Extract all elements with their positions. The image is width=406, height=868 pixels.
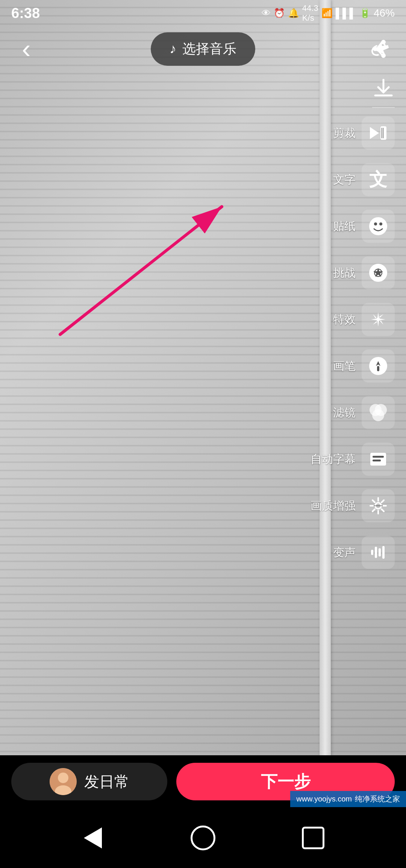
voice-label: 变声	[333, 545, 356, 560]
wifi-icon: 📶	[321, 8, 333, 18]
sticker-button[interactable]: 贴纸	[329, 203, 398, 250]
svg-rect-10	[381, 128, 382, 138]
watermark: www.yoojys.com 纯净系统之家	[290, 791, 406, 807]
system-nav-bar	[0, 808, 406, 868]
enhance-icon	[362, 489, 395, 522]
status-time: 6:38	[11, 5, 40, 21]
enhance-label: 画质增强	[311, 498, 356, 514]
subtitle-icon	[362, 443, 395, 476]
sticker-label: 贴纸	[333, 219, 356, 234]
svg-rect-21	[377, 366, 379, 371]
svg-line-33	[382, 509, 384, 511]
back-button[interactable]	[11, 34, 41, 64]
svg-point-4	[373, 47, 377, 51]
alarm-icon: ⏰	[274, 8, 285, 18]
svg-point-18	[376, 318, 380, 321]
svg-line-32	[373, 500, 375, 502]
challenge-label: 挑战	[333, 265, 356, 281]
top-bar: ♪ 选择音乐	[0, 26, 406, 71]
brush-button[interactable]: 画笔	[329, 343, 398, 389]
daily-post-button[interactable]: 发日常	[11, 763, 167, 800]
signal-icon: ▌▌▌	[336, 8, 356, 19]
nav-back-button[interactable]	[78, 823, 108, 853]
battery-icon: 🔋	[359, 8, 371, 18]
svg-rect-39	[375, 547, 377, 558]
eye-icon: 👁	[262, 8, 271, 18]
svg-rect-27	[373, 460, 381, 461]
svg-marker-12	[370, 127, 379, 139]
svg-rect-25	[370, 453, 386, 466]
notification-icon: 🔔	[288, 8, 299, 18]
music-select-button[interactable]: ♪ 选择音乐	[151, 32, 255, 66]
text-label: 文字	[333, 172, 356, 188]
download-icon	[372, 79, 395, 98]
svg-point-24	[372, 409, 384, 421]
cut-button[interactable]: 剪裁	[329, 110, 398, 156]
challenge-button[interactable]: 挑战	[329, 250, 398, 296]
text-icon: 文	[362, 163, 395, 196]
watermark-name: 纯净系统之家	[355, 794, 400, 804]
music-label: 选择音乐	[182, 40, 236, 58]
svg-rect-38	[371, 550, 373, 555]
daily-post-label: 发日常	[84, 771, 129, 792]
watermark-site: www.yoojys.com	[296, 795, 352, 803]
nav-home-button[interactable]	[188, 823, 218, 853]
svg-line-34	[382, 500, 384, 502]
voice-button[interactable]: 变声	[329, 529, 398, 576]
svg-rect-41	[382, 546, 385, 559]
effects-button[interactable]: 特效	[329, 296, 398, 343]
challenge-icon	[362, 256, 395, 289]
svg-point-13	[369, 217, 387, 235]
sticker-icon	[362, 210, 395, 243]
enhance-button[interactable]: 画质增强	[307, 482, 398, 529]
battery-label: 46%	[374, 7, 395, 19]
download-button[interactable]	[368, 75, 398, 101]
subtitle-button[interactable]: 自动字幕	[307, 436, 398, 482]
toolbar-divider	[372, 107, 395, 108]
text-button[interactable]: 文字 文	[329, 156, 398, 203]
effects-label: 特效	[333, 312, 356, 327]
svg-point-43	[58, 773, 68, 783]
effects-icon	[362, 303, 395, 336]
filter-button[interactable]: 滤镜	[329, 389, 398, 436]
brush-label: 画笔	[333, 358, 356, 374]
filter-label: 滤镜	[333, 405, 356, 420]
svg-point-15	[379, 222, 382, 225]
music-icon: ♪	[170, 41, 176, 57]
next-step-label: 下一步	[261, 771, 311, 793]
brush-icon	[362, 349, 395, 383]
svg-rect-40	[379, 548, 381, 556]
user-avatar	[50, 768, 77, 795]
svg-rect-11	[383, 128, 384, 138]
status-icons: 👁 ⏰ 🔔 44.3K/s 📶 ▌▌▌ 🔋 46%	[262, 3, 395, 23]
speed-label: 44.3K/s	[302, 3, 318, 23]
cut-icon	[362, 116, 395, 150]
status-bar: 6:38 👁 ⏰ 🔔 44.3K/s 📶 ▌▌▌ 🔋 46%	[0, 0, 406, 26]
share-button[interactable]	[365, 34, 395, 64]
svg-rect-26	[373, 456, 384, 458]
share-icon	[369, 38, 390, 59]
cut-label: 剪裁	[333, 126, 356, 141]
right-toolbar: 剪裁 文字 文 贴纸 挑战	[307, 75, 398, 576]
subtitle-label: 自动字幕	[311, 452, 356, 467]
svg-point-14	[374, 222, 377, 225]
voice-icon	[362, 536, 395, 569]
nav-recent-button[interactable]	[298, 823, 328, 853]
svg-line-35	[373, 509, 375, 511]
filter-icon	[362, 396, 395, 429]
